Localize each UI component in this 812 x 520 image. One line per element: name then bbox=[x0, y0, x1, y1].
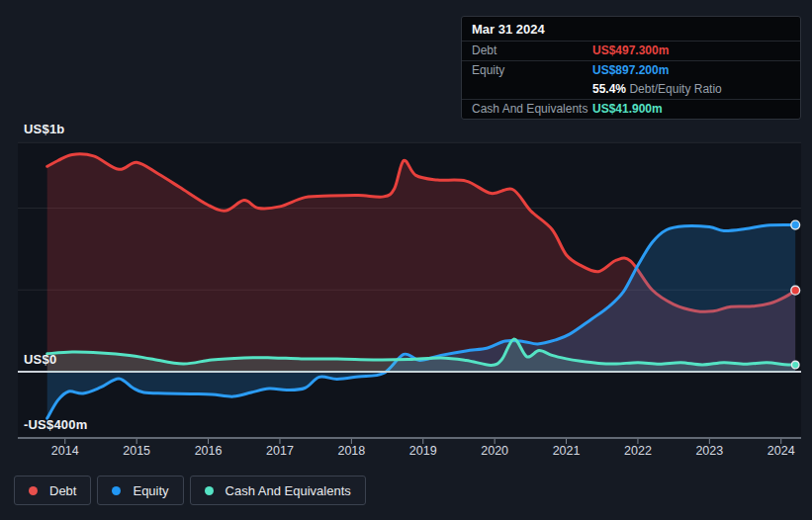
tooltip-debt-label: Debt bbox=[472, 43, 592, 57]
legend-dot bbox=[112, 486, 121, 495]
x-axis-label-2016: 2016 bbox=[195, 444, 223, 458]
x-axis-year-labels: 2014201520162017201820192020202120222023… bbox=[0, 444, 812, 460]
x-axis-label-2019: 2019 bbox=[409, 444, 437, 458]
tooltip-cash-row: Cash And Equivalents US$41.900m bbox=[462, 100, 800, 119]
chart-tooltip: Mar 31 2024 Debt US$497.300m Equity US$8… bbox=[461, 16, 801, 120]
tooltip-cash-label: Cash And Equivalents bbox=[472, 102, 592, 116]
chart-legend: DebtEquityCash And Equivalents bbox=[14, 476, 366, 505]
legend-item-debt[interactable]: Debt bbox=[14, 476, 91, 505]
tooltip-ratio: 55.4% Debt/Equity Ratio bbox=[592, 82, 790, 96]
legend-dot bbox=[205, 486, 214, 495]
x-axis-label-2018: 2018 bbox=[337, 444, 365, 458]
x-axis-label-2024: 2024 bbox=[767, 444, 795, 458]
y-axis-label-zero: US$0 bbox=[24, 352, 56, 367]
tooltip-debt-row: Debt US$497.300m bbox=[462, 42, 800, 61]
tooltip-equity-value: US$897.200m bbox=[592, 63, 790, 77]
x-axis-label-2014: 2014 bbox=[51, 444, 79, 458]
tooltip-debt-value: US$497.300m bbox=[592, 43, 790, 57]
x-axis-label-2015: 2015 bbox=[123, 444, 150, 458]
y-axis-label-neg400m: -US$400m bbox=[24, 417, 87, 432]
cash-end-dot bbox=[791, 361, 799, 369]
tooltip-date: Mar 31 2024 bbox=[462, 17, 800, 42]
legend-dot bbox=[29, 486, 38, 495]
legend-item-cash-and-equivalents[interactable]: Cash And Equivalents bbox=[190, 476, 366, 505]
tooltip-ratio-value: 55.4% bbox=[592, 82, 626, 96]
debt-end-dot bbox=[791, 286, 800, 295]
x-axis-label-2023: 2023 bbox=[695, 444, 723, 458]
tooltip-ratio-row: 55.4% Debt/Equity Ratio bbox=[462, 80, 800, 100]
x-axis-label-2021: 2021 bbox=[553, 444, 581, 458]
equity-end-dot bbox=[791, 220, 800, 229]
y-axis-label-1b: US$1b bbox=[24, 122, 64, 136]
debt-equity-history-chart: US$1b US$0 -US$400m 20142015201620172018… bbox=[0, 0, 812, 520]
legend-label: Cash And Equivalents bbox=[226, 483, 351, 498]
legend-label: Equity bbox=[133, 483, 168, 498]
tooltip-cash-value: US$41.900m bbox=[592, 102, 790, 116]
x-axis-label-2020: 2020 bbox=[481, 444, 508, 458]
legend-label: Debt bbox=[49, 483, 76, 498]
tooltip-equity-label: Equity bbox=[472, 63, 592, 77]
x-axis-label-2022: 2022 bbox=[624, 444, 652, 458]
tooltip-ratio-text: Debt/Equity Ratio bbox=[629, 82, 721, 96]
tooltip-equity-row: Equity US$897.200m bbox=[462, 61, 800, 80]
x-axis-label-2017: 2017 bbox=[266, 444, 294, 458]
legend-item-equity[interactable]: Equity bbox=[97, 476, 183, 505]
